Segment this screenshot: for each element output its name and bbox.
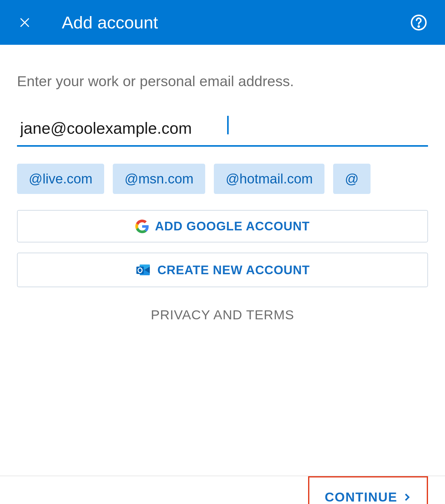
close-button[interactable]	[17, 15, 32, 30]
continue-button[interactable]: CONTINUE	[308, 476, 428, 504]
domain-suggestions: @live.com @msn.com @hotmail.com @	[17, 164, 428, 194]
suggestion-chip-msn[interactable]: @msn.com	[113, 164, 205, 194]
help-button[interactable]	[409, 13, 428, 32]
chevron-right-icon	[402, 493, 411, 502]
close-icon	[19, 16, 31, 29]
outlook-icon	[135, 262, 151, 278]
google-icon	[135, 220, 149, 233]
create-new-account-button[interactable]: CREATE NEW ACCOUNT	[17, 253, 428, 287]
suggestion-chip-live[interactable]: @live.com	[17, 164, 104, 194]
privacy-terms-link[interactable]: PRIVACY AND TERMS	[17, 307, 428, 322]
header-bar: Add account	[0, 0, 445, 45]
add-google-account-label: ADD GOOGLE ACCOUNT	[155, 219, 310, 233]
main-content: Enter your work or personal email addres…	[0, 73, 445, 322]
page-title: Add account	[62, 12, 158, 32]
add-google-account-button[interactable]: ADD GOOGLE ACCOUNT	[17, 210, 428, 242]
footer-bar: CONTINUE	[0, 476, 445, 476]
email-input-wrapper	[17, 116, 428, 147]
continue-button-label: CONTINUE	[325, 490, 397, 504]
help-icon	[410, 14, 427, 31]
email-field[interactable]	[17, 116, 428, 147]
suggestion-chip-more[interactable]: @	[333, 164, 371, 194]
suggestion-chip-hotmail[interactable]: @hotmail.com	[214, 164, 324, 194]
svg-point-3	[418, 26, 419, 27]
instruction-text: Enter your work or personal email addres…	[17, 73, 428, 90]
create-new-account-label: CREATE NEW ACCOUNT	[157, 263, 310, 277]
text-cursor	[227, 116, 229, 134]
